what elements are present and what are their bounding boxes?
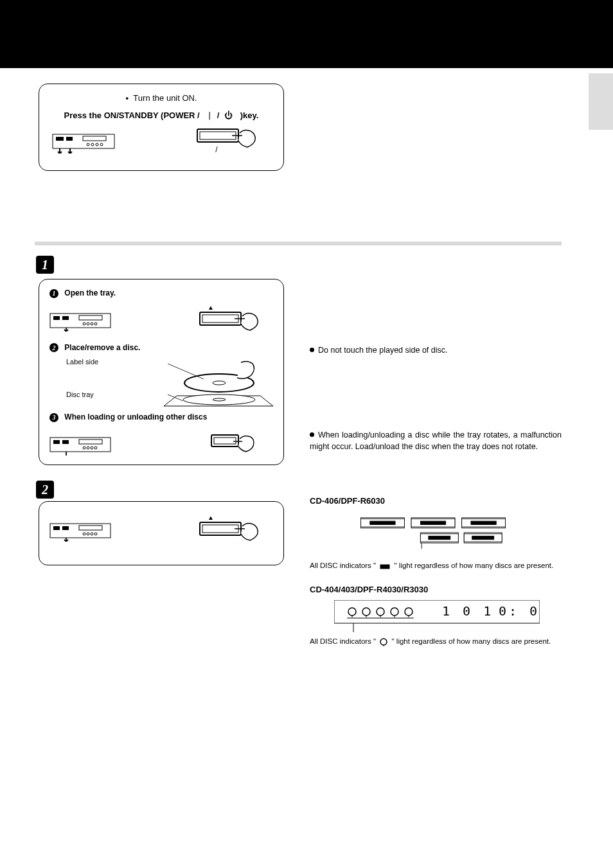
open-tray-row: ▲ <box>49 303 273 339</box>
svg-rect-40 <box>214 438 236 444</box>
page: • Turn the unit ON. Press the ON/STANDBY… <box>0 0 613 868</box>
svg-rect-68 <box>472 536 494 539</box>
svg-text:1 0 1: 1 0 1 <box>442 603 493 619</box>
step-badge-2-num: 2 <box>42 483 48 497</box>
svg-rect-37 <box>53 440 60 444</box>
step1-panel: 1 Open the tray. ▲ <box>39 279 284 465</box>
slot-indicator-icon <box>379 563 391 572</box>
turn-on-text: Turn the unit ON. <box>133 93 197 103</box>
svg-text:▲: ▲ <box>208 514 214 521</box>
svg-text:/: / <box>215 145 218 154</box>
place-remove-title: 2 Place/remove a disc. <box>49 343 273 353</box>
step-badge-1-num: 1 <box>42 258 48 272</box>
step2-panel: ▲ <box>39 501 284 565</box>
turn-on-line: • Turn the unit ON. <box>48 93 274 103</box>
press-instruction: Press the ON/STANDBY (POWER / | / ⏻ )key… <box>48 111 274 120</box>
ind1-suffix: " light regardless of how many discs are… <box>395 562 554 569</box>
place-remove-text: Place/remove a disc. <box>64 343 140 352</box>
device-front-icon <box>49 311 111 332</box>
svg-rect-38 <box>62 440 69 444</box>
indicator-text-1: All DISC indicators " " light regardless… <box>310 562 562 572</box>
step2-row: ▲ <box>49 513 273 549</box>
device-front-icon <box>49 521 111 542</box>
section-separator <box>35 242 562 245</box>
svg-rect-52 <box>202 525 238 533</box>
small-press-icon <box>202 427 273 463</box>
power-standby-glyph: ⏻ <box>219 111 238 120</box>
svg-rect-48 <box>53 526 60 530</box>
bullet-1-icon: 1 <box>49 289 58 298</box>
svg-rect-49 <box>62 526 69 530</box>
svg-rect-1 <box>83 136 106 141</box>
side-tab <box>589 73 613 130</box>
svg-rect-62 <box>471 521 496 524</box>
place-disc-icon <box>164 357 273 409</box>
svg-rect-60 <box>370 521 395 524</box>
svg-rect-43 <box>79 526 102 530</box>
open-tray-text: Open the tray. <box>64 288 116 297</box>
svg-rect-67 <box>429 536 450 539</box>
model2-header: CD-404/403/DPF-R4030/R3030 <box>310 585 428 594</box>
label-side-text: Label side <box>66 357 98 367</box>
top-black-bar <box>0 0 613 68</box>
step-badge-1: 1 <box>36 256 54 274</box>
svg-point-25 <box>183 394 255 405</box>
svg-point-86 <box>380 639 387 645</box>
place-remove-row: Label side Disc tray <box>49 357 273 409</box>
svg-rect-6 <box>56 137 64 141</box>
disc-tray-text: Disc tray <box>66 390 98 400</box>
display2-figure: 1 0 1 0: 0 0 <box>334 600 540 632</box>
prep-row: / <box>48 127 274 157</box>
press-prefix: Press the ON/STANDBY (POWER / <box>64 111 200 120</box>
device-front-icon <box>52 130 115 154</box>
press-button-icon: / <box>193 127 271 157</box>
bullet-dot-icon <box>310 348 314 352</box>
model1-header: CD-406/DPF-R6030 <box>310 496 385 506</box>
when-loading-row <box>49 427 273 463</box>
note-no-touch-text: Do not touch the played side of disc. <box>318 346 448 355</box>
preparation-panel: • Turn the unit ON. Press the ON/STANDBY… <box>39 84 284 171</box>
svg-rect-19 <box>62 316 69 320</box>
svg-rect-70 <box>380 565 389 569</box>
indicator-text-2: All DISC indicators " " light regardless… <box>310 637 562 648</box>
circle-indicator-icon <box>379 637 388 648</box>
open-tray-title: 1 Open the tray. <box>49 288 273 298</box>
mini-labels: Label side Disc tray <box>66 357 98 400</box>
note-rotate-text: When loading/unloading a disc while the … <box>310 430 562 451</box>
svg-text:0: 0 0: 0: 0 0 <box>499 603 540 619</box>
svg-rect-32 <box>79 439 102 444</box>
svg-rect-7 <box>66 137 73 141</box>
when-loading-text: When loading or unloading other discs <box>64 412 207 421</box>
ind1-prefix: All DISC indicators " <box>310 562 376 569</box>
svg-rect-18 <box>53 316 60 320</box>
power-on-glyph: | <box>202 111 217 120</box>
ind2-suffix: " light regardless of how many discs are… <box>392 637 551 645</box>
press-suffix: )key. <box>240 111 259 120</box>
eject-press-icon: ▲ <box>196 513 273 549</box>
when-loading-title: 3 When loading or unloading other discs <box>49 412 273 422</box>
note-rotate-warning: When loading/unloading a disc while the … <box>310 429 562 452</box>
svg-rect-61 <box>420 521 445 524</box>
device-front-icon <box>49 435 111 456</box>
display1-icon <box>350 517 517 549</box>
bullet-3-icon: 3 <box>49 413 58 422</box>
ind2-prefix: All DISC indicators " <box>310 637 376 645</box>
bullet-2-icon: 2 <box>49 343 58 352</box>
step-badge-2: 2 <box>36 481 54 499</box>
svg-rect-22 <box>202 315 238 323</box>
display1-figure <box>350 517 517 549</box>
eject-press-icon: ▲ <box>196 303 273 339</box>
note-no-touch: Do not touch the played side of disc. <box>310 344 562 356</box>
bullet-dot-icon <box>310 432 314 437</box>
svg-rect-13 <box>79 315 102 320</box>
svg-rect-9 <box>200 132 236 139</box>
svg-text:▲: ▲ <box>208 304 214 311</box>
svg-line-29 <box>168 364 204 379</box>
display2-icon: 1 0 1 0: 0 0 <box>334 600 540 632</box>
bullet-dot: • <box>125 93 129 103</box>
